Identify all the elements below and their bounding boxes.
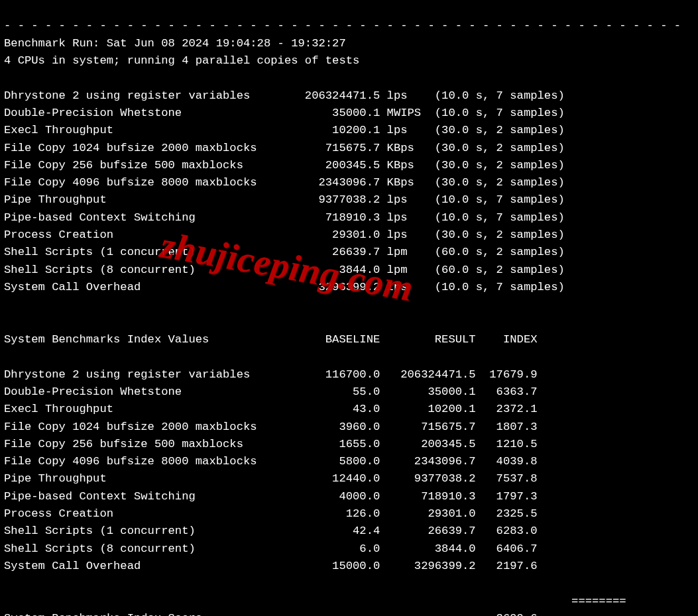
- index-row: Shell Scripts (8 concurrent) 6.0 3844.0 …: [4, 542, 538, 555]
- index-row: Double-Precision Whetstone 55.0 35000.1 …: [4, 385, 538, 398]
- terminal-output: - - - - - - - - - - - - - - - - - - - - …: [0, 0, 698, 616]
- index-row: Pipe-based Context Switching 4000.0 7189…: [4, 490, 538, 503]
- divider-line: - - - - - - - - - - - - - - - - - - - - …: [4, 19, 681, 32]
- benchmark-results-section: Dhrystone 2 using register variables 206…: [4, 87, 694, 297]
- score-separator: ========: [4, 595, 626, 607]
- index-row: File Copy 1024 bufsize 2000 maxblocks 39…: [4, 421, 538, 433]
- index-row: Shell Scripts (1 concurrent) 42.4 26639.…: [4, 525, 538, 537]
- index-row: File Copy 4096 bufsize 8000 maxblocks 58…: [4, 455, 538, 468]
- benchmark-row: File Copy 4096 bufsize 8000 maxblocks 23…: [4, 176, 565, 189]
- index-row: Pipe Throughput 12440.0 9377038.2 7537.8: [4, 472, 538, 485]
- index-row: Process Creation 126.0 29301.0 2325.5: [4, 507, 538, 520]
- blank-line: [4, 316, 11, 329]
- final-score-row: System Benchmarks Index Score 3699.6: [4, 610, 694, 616]
- benchmark-row: Shell Scripts (1 concurrent) 26639.7 lpm…: [4, 246, 565, 258]
- benchmark-index-section: Dhrystone 2 using register variables 116…: [4, 366, 694, 576]
- benchmark-row: Shell Scripts (8 concurrent) 3844.0 lpm …: [4, 264, 565, 276]
- index-row: Execl Throughput 43.0 10200.1 2372.1: [4, 403, 538, 415]
- benchmark-row: Dhrystone 2 using register variables 206…: [4, 89, 565, 102]
- benchmark-row: System Call Overhead 3296399.2 lps (10.0…: [4, 281, 565, 293]
- benchmark-row: Double-Precision Whetstone 35000.1 MWIPS…: [4, 107, 565, 119]
- config-header-line: 4 CPUs in system; running 4 parallel cop…: [4, 54, 359, 67]
- benchmark-row: Pipe Throughput 9377038.2 lps (10.0 s, 7…: [4, 193, 565, 206]
- blank-line: [4, 72, 11, 84]
- index-header-row: System Benchmarks Index Values BASELINE …: [4, 331, 694, 348]
- benchmark-row: File Copy 256 bufsize 500 maxblocks 2003…: [4, 159, 565, 172]
- benchmark-row: Process Creation 29301.0 lps (30.0 s, 2 …: [4, 229, 565, 241]
- benchmark-row: Pipe-based Context Switching 718910.3 lp…: [4, 211, 565, 224]
- final-score: System Benchmarks Index Score 3699.6: [4, 612, 538, 616]
- index-header: System Benchmarks Index Values BASELINE …: [4, 333, 538, 346]
- index-row: Dhrystone 2 using register variables 116…: [4, 368, 538, 381]
- benchmark-row: File Copy 1024 bufsize 2000 maxblocks 71…: [4, 142, 565, 154]
- index-row: File Copy 256 bufsize 500 maxblocks 1655…: [4, 438, 538, 450]
- run-header-line: Benchmark Run: Sat Jun 08 2024 19:04:28 …: [4, 37, 346, 50]
- index-row: System Call Overhead 15000.0 3296399.2 2…: [4, 560, 538, 572]
- benchmark-row: Execl Throughput 10200.1 lps (30.0 s, 2 …: [4, 124, 565, 136]
